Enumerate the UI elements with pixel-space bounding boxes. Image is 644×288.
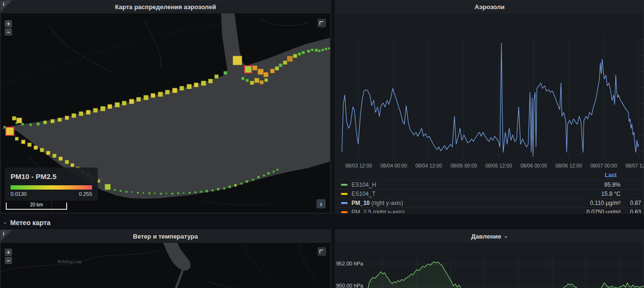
map-data-point[interactable]: [179, 86, 184, 91]
map-data-point[interactable]: [211, 189, 214, 192]
map-data-point[interactable]: [3, 126, 6, 128]
map-data-point[interactable]: [136, 97, 141, 102]
series-label[interactable]: PM_10 (right y-axis): [351, 200, 403, 206]
panel-header[interactable]: Ветер и температура: [0, 230, 330, 243]
map-attribution-button[interactable]: i: [316, 199, 326, 208]
map-data-point[interactable]: [205, 190, 208, 192]
map-data-point[interactable]: [100, 106, 105, 111]
map-canvas[interactable]: Bolshoy Lug + −: [1, 243, 330, 288]
map-data-point[interactable]: [279, 63, 282, 67]
map-data-point[interactable]: [71, 113, 76, 118]
series-label[interactable]: PM_2.5 (right y-axis): [351, 209, 405, 214]
map-data-point[interactable]: [302, 51, 305, 54]
map-data-point[interactable]: [129, 99, 134, 104]
map-data-point[interactable]: [40, 148, 44, 152]
map-data-point[interactable]: [263, 72, 269, 77]
map-data-point[interactable]: [315, 48, 318, 52]
aerosols-plot-area[interactable]: 08/03 12:0008/04 00:0008/04 12:0008/05 0…: [336, 13, 643, 213]
map-data-point[interactable]: [233, 56, 242, 65]
map-data-point[interactable]: [148, 192, 151, 194]
map-data-point[interactable]: [131, 191, 133, 193]
map-data-point[interactable]: [325, 48, 328, 50]
map-data-point[interactable]: [165, 90, 170, 95]
series-label[interactable]: ES104_T: [351, 191, 375, 197]
map-data-point[interactable]: [240, 182, 243, 185]
map-data-point[interactable]: [241, 77, 245, 80]
map-data-point[interactable]: [257, 176, 260, 179]
map-expand-button[interactable]: [317, 247, 326, 256]
map-data-point[interactable]: [252, 65, 258, 71]
map-data-point[interactable]: [208, 79, 213, 84]
map-data-point[interactable]: [321, 48, 324, 51]
map-expand-button[interactable]: [317, 19, 326, 27]
map-canvas[interactable]: Baykalsk + − i PM10 - PM2.5 0.0130 0.255…: [1, 13, 330, 213]
map-data-point[interactable]: [246, 180, 248, 183]
map-data-point[interactable]: [93, 108, 98, 113]
map-data-point[interactable]: [307, 49, 310, 53]
map-data-point[interactable]: [59, 156, 63, 161]
panel-menu-chevron-icon[interactable]: ⌄: [503, 233, 508, 239]
map-data-point[interactable]: [70, 163, 74, 167]
panel-info-corner-icon[interactable]: [0, 0, 12, 12]
map-data-point[interactable]: [5, 127, 14, 136]
map-data-point[interactable]: [298, 52, 301, 56]
map-data-point[interactable]: [65, 116, 69, 120]
map-data-point[interactable]: [287, 56, 293, 62]
map-data-point[interactable]: [107, 104, 112, 109]
map-data-point[interactable]: [105, 184, 111, 190]
map-data-point[interactable]: [21, 140, 25, 144]
map-data-point[interactable]: [16, 118, 22, 123]
map-data-point[interactable]: [194, 83, 199, 87]
map-data-point[interactable]: [165, 192, 167, 194]
map-data-point[interactable]: [276, 168, 279, 171]
pressure-plot-area[interactable]: 952.00 hPa 950.00 hPa: [336, 243, 643, 288]
map-data-point[interactable]: [65, 160, 69, 164]
map-zoom-in-button[interactable]: +: [5, 249, 12, 256]
map-data-point[interactable]: [187, 84, 192, 89]
map-zoom-in-button[interactable]: +: [5, 20, 12, 27]
dashboard-row-meteo[interactable]: ⌄ Метео карта: [0, 216, 50, 229]
map-data-point[interactable]: [264, 78, 268, 82]
map-data-point[interactable]: [201, 81, 206, 86]
map-data-point[interactable]: [194, 191, 197, 193]
map-data-point[interactable]: [272, 170, 275, 173]
map-data-point[interactable]: [122, 101, 127, 106]
map-data-point[interactable]: [258, 69, 264, 75]
map-data-point[interactable]: [115, 102, 120, 108]
map-data-point[interactable]: [200, 191, 202, 193]
map-data-point[interactable]: [223, 71, 227, 75]
map-data-point[interactable]: [171, 192, 174, 195]
panel-header[interactable]: Аэрозоли: [336, 0, 644, 13]
map-data-point[interactable]: [246, 79, 249, 82]
map-data-point[interactable]: [125, 191, 128, 193]
map-data-point[interactable]: [46, 151, 50, 155]
map-data-point[interactable]: [154, 192, 156, 194]
map-data-point[interactable]: [183, 192, 185, 194]
map-data-point[interactable]: [250, 81, 254, 85]
map-data-point[interactable]: [27, 143, 32, 147]
map-data-point[interactable]: [43, 120, 47, 124]
map-data-point[interactable]: [50, 119, 55, 123]
map-zoom-out-button[interactable]: −: [5, 28, 12, 36]
map-data-point[interactable]: [318, 49, 321, 52]
map-data-point[interactable]: [142, 192, 144, 194]
map-data-point[interactable]: [151, 93, 155, 98]
map-data-point[interactable]: [270, 69, 275, 73]
map-data-point[interactable]: [86, 110, 91, 115]
map-data-point[interactable]: [254, 78, 259, 83]
map-data-point[interactable]: [52, 154, 57, 158]
map-data-point[interactable]: [311, 48, 314, 51]
map-data-point[interactable]: [172, 88, 177, 93]
map-data-point[interactable]: [188, 192, 191, 194]
map-data-point[interactable]: [114, 189, 116, 191]
map-data-point[interactable]: [328, 47, 330, 50]
map-data-point[interactable]: [143, 95, 149, 100]
legend-stat-last[interactable]: Last: [605, 172, 617, 179]
map-data-point[interactable]: [228, 185, 231, 188]
map-data-point[interactable]: [252, 179, 254, 181]
map-data-point[interactable]: [79, 111, 83, 116]
panel-info-corner-icon[interactable]: [0, 230, 12, 241]
map-data-point[interactable]: [36, 122, 40, 126]
map-data-point[interactable]: [137, 192, 139, 194]
map-data-point[interactable]: [263, 174, 265, 177]
